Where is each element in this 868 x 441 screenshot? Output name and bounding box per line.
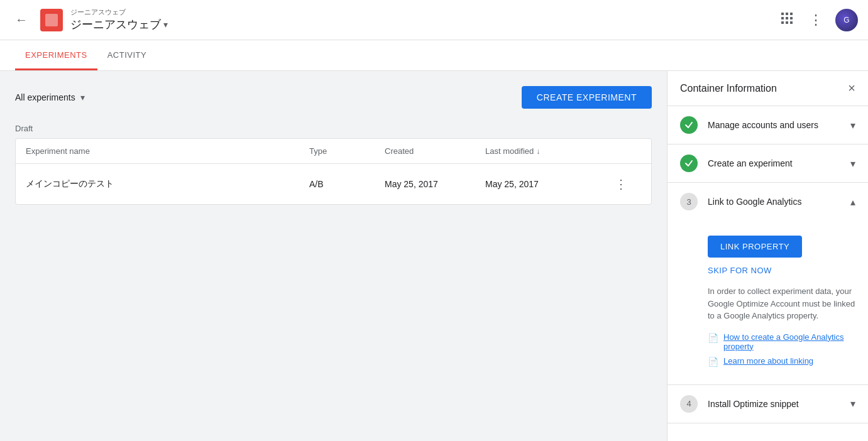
step-4-arrow: ▾ xyxy=(850,398,855,410)
col-type: Type xyxy=(309,146,385,156)
tabs-bar: EXPERIMENTS ACTIVITY xyxy=(0,40,868,71)
avatar-inner: G xyxy=(835,9,858,31)
back-button[interactable]: ← xyxy=(10,10,33,30)
table-row: メインコピーのテスト A/B May 25, 2017 May 25, 2017… xyxy=(16,164,651,204)
experiment-type: A/B xyxy=(309,179,385,189)
step-3-arrow: ▴ xyxy=(850,196,855,208)
topbar-left: ← ジーニアスウェブ ジーニアスウェブ ▾ xyxy=(10,8,777,32)
step-2-label: Create an experiment xyxy=(708,158,840,168)
svg-rect-3 xyxy=(781,17,784,19)
close-button[interactable]: × xyxy=(848,81,855,95)
app-icon-inner xyxy=(45,14,58,26)
step-1-label: Manage accounts and users xyxy=(708,120,840,130)
filter-label: All experiments xyxy=(15,92,75,102)
step-4-indicator: 4 xyxy=(680,395,698,413)
sidebar-item-install-snippet[interactable]: 4 Install Optimize snippet ▾ xyxy=(667,385,868,423)
row-menu-button[interactable]: ⋮ xyxy=(611,174,631,194)
all-experiments-dropdown[interactable]: All experiments ▾ xyxy=(15,92,85,102)
doc-link-create-property-text[interactable]: How to create a Google Analytics propert… xyxy=(723,332,855,351)
col-experiment-name: Experiment name xyxy=(26,146,309,156)
grid-icon-button[interactable] xyxy=(777,9,796,31)
checkmark-icon-2 xyxy=(684,159,693,168)
col-actions xyxy=(611,146,641,156)
experiment-name: メインコピーのテスト xyxy=(26,178,309,190)
app-icon xyxy=(40,9,63,31)
filter-dropdown-icon: ▾ xyxy=(80,92,85,102)
svg-rect-2 xyxy=(790,13,793,15)
sidebar-item-create-experiment[interactable]: Create an experiment ▾ xyxy=(667,144,868,183)
right-sidebar: Container Information × Manage accounts … xyxy=(667,71,868,441)
content-area: All experiments ▾ CREATE EXPERIMENT Draf… xyxy=(0,71,667,441)
step-3-indicator: 3 xyxy=(680,193,698,210)
draft-label: Draft xyxy=(15,124,652,133)
svg-rect-5 xyxy=(790,17,793,19)
main-layout: All experiments ▾ CREATE EXPERIMENT Draf… xyxy=(0,71,868,441)
sidebar-header: Container Information × xyxy=(667,71,868,106)
svg-rect-7 xyxy=(786,21,788,24)
svg-rect-4 xyxy=(786,17,788,19)
table-header: Experiment name Type Created Last modifi… xyxy=(16,139,651,164)
step-2-arrow: ▾ xyxy=(850,158,855,170)
create-experiment-button[interactable]: CREATE EXPERIMENT xyxy=(522,86,652,109)
account-title-text: ジーニアスウェブ xyxy=(70,17,161,32)
doc-link-create-property: 📄 How to create a Google Analytics prope… xyxy=(708,332,855,351)
skip-for-now-button[interactable]: SKIP FOR NOW xyxy=(708,266,772,275)
link-ga-description: In order to collect experiment data, you… xyxy=(708,285,855,322)
svg-rect-8 xyxy=(790,21,793,24)
svg-rect-1 xyxy=(786,13,788,15)
experiment-actions: ⋮ xyxy=(611,174,641,194)
sidebar-title: Container Information xyxy=(680,83,777,94)
step-3-label: Link to Google Analytics xyxy=(708,197,840,207)
sidebar-item-link-ga: 3 Link to Google Analytics ▴ LINK PROPER… xyxy=(667,183,868,385)
sidebar-item-link-ga-row[interactable]: 3 Link to Google Analytics ▴ xyxy=(667,183,868,220)
doc-link-learn-more: 📄 Learn more about linking xyxy=(708,356,855,367)
tab-experiments[interactable]: EXPERIMENTS xyxy=(15,40,97,70)
doc-link-learn-more-text[interactable]: Learn more about linking xyxy=(723,356,813,366)
experiment-last-modified: May 25, 2017 xyxy=(485,179,611,189)
account-sub: ジーニアスウェブ xyxy=(70,8,168,17)
account-info: ジーニアスウェブ ジーニアスウェブ ▾ xyxy=(70,8,168,32)
col-last-modified[interactable]: Last modified ↓ xyxy=(485,146,611,156)
step-1-arrow: ▾ xyxy=(850,119,855,131)
avatar[interactable]: G xyxy=(835,9,858,31)
sidebar-expanded-content: LINK PROPERTY SKIP FOR NOW In order to c… xyxy=(667,231,868,384)
sort-icon: ↓ xyxy=(536,147,540,156)
topbar-right: ⋮ G xyxy=(777,9,858,31)
grid-icon xyxy=(780,11,794,25)
topbar: ← ジーニアスウェブ ジーニアスウェブ ▾ xyxy=(0,0,868,40)
svg-rect-0 xyxy=(781,13,784,15)
doc-icon-1: 📄 xyxy=(708,333,718,343)
checkmark-icon xyxy=(684,121,693,129)
avatar-text: G xyxy=(843,16,849,24)
link-property-button[interactable]: LINK PROPERTY xyxy=(708,236,802,258)
step-4-label: Install Optimize snippet xyxy=(708,399,840,409)
sidebar-item-manage-accounts[interactable]: Manage accounts and users ▾ xyxy=(667,106,868,144)
filter-row: All experiments ▾ CREATE EXPERIMENT xyxy=(15,86,652,109)
tab-activity[interactable]: ACTIVITY xyxy=(97,40,157,70)
account-dropdown-icon: ▾ xyxy=(163,19,168,30)
svg-rect-6 xyxy=(781,21,784,24)
step-1-indicator xyxy=(680,116,698,134)
experiments-table: Experiment name Type Created Last modifi… xyxy=(15,138,652,205)
doc-icon-2: 📄 xyxy=(708,357,718,367)
account-title-dropdown[interactable]: ジーニアスウェブ ▾ xyxy=(70,17,168,32)
more-icon-button[interactable]: ⋮ xyxy=(806,9,825,31)
experiment-created: May 25, 2017 xyxy=(385,179,485,189)
col-created: Created xyxy=(385,146,485,156)
step-2-indicator xyxy=(680,155,698,172)
